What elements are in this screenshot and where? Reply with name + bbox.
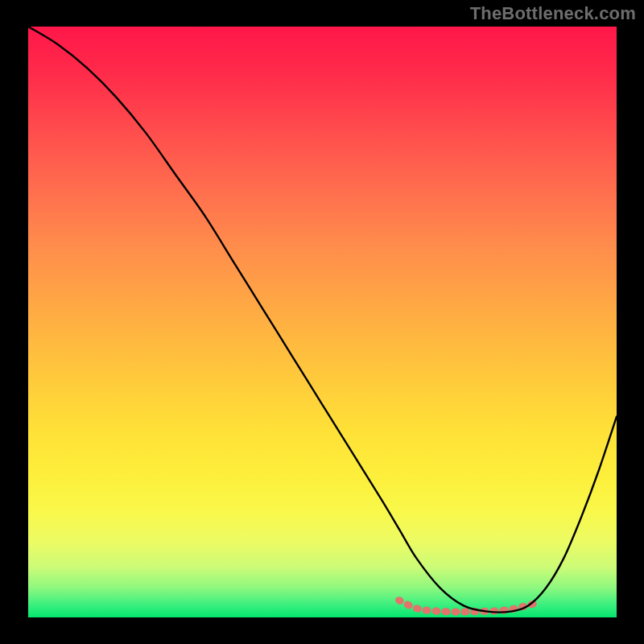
plot-area (28, 27, 617, 617)
watermark-text: TheBottleneck.com (470, 3, 636, 24)
chart-frame: TheBottleneck.com (0, 0, 644, 644)
bottleneck-curve (28, 27, 617, 617)
